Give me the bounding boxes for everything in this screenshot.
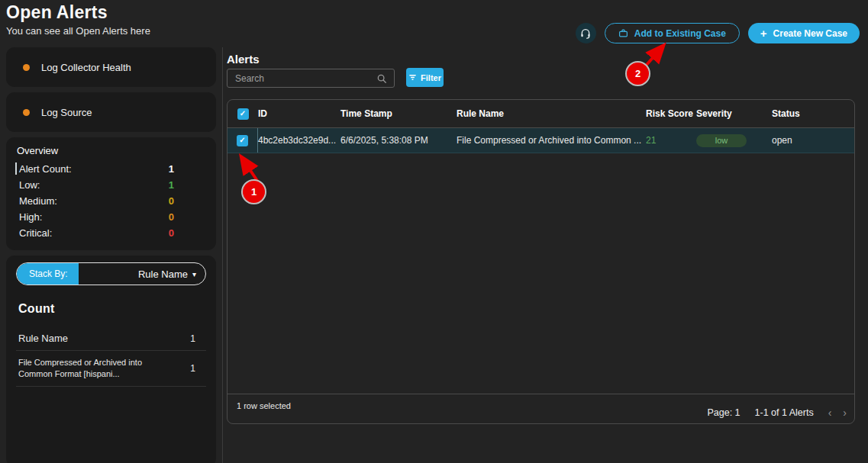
search-icon (376, 73, 394, 84)
count-title: Count (18, 302, 206, 316)
alerts-table: ✓ ID Time Stamp Rule Name Risk Score Sev… (227, 99, 855, 424)
page-label: Page: 1 (707, 407, 740, 418)
count-row-value: 1 (190, 363, 195, 374)
overview-row-value: 0 (169, 195, 174, 207)
annotation-arrow-2 (646, 47, 663, 66)
add-to-existing-case-button[interactable]: Add to Existing Case (605, 23, 740, 43)
annotation-badge-1: 1 (241, 179, 266, 204)
overview-card: Overview Alert Count: 1 Low: 1 Medium: 0… (6, 137, 216, 250)
cell-timestamp: 6/6/2025, 5:38:08 PM (340, 135, 457, 146)
sidebar-divider (222, 47, 223, 463)
table-footer: 1 row selected Page: 1 1-1 of 1 Alerts ‹… (227, 394, 854, 423)
prev-page-icon[interactable]: ‹ (828, 407, 832, 419)
status-dot-icon (23, 109, 30, 116)
next-page-icon[interactable]: › (843, 407, 847, 419)
overview-row-value: 0 (169, 211, 174, 223)
page-subtitle: You can see all Open Alerts here (6, 25, 150, 37)
cell-rule-name: File Compressed or Archived into Common … (457, 135, 646, 146)
briefcase-icon (618, 28, 628, 38)
overview-row-alert-count: Alert Count: 1 (17, 161, 205, 177)
column-header-severity[interactable]: Severity (696, 108, 772, 119)
alerts-panel-title: Alerts (227, 53, 260, 66)
count-row-label: Rule Name (18, 333, 68, 344)
column-header-status[interactable]: Status (772, 108, 854, 119)
stack-by-value: Rule Name (79, 268, 199, 280)
chevron-down-icon: ▾ (192, 270, 205, 278)
column-header-timestamp[interactable]: Time Stamp (340, 108, 457, 119)
add-to-existing-case-label: Add to Existing Case (634, 28, 726, 39)
check-icon: ✓ (239, 137, 245, 144)
overview-row-low: Low: 1 (17, 177, 205, 193)
overview-row-high: High: 0 (17, 209, 205, 225)
cell-risk-score: 21 (646, 135, 696, 146)
open-alerts-page: Open Alerts You can see all Open Alerts … (0, 0, 868, 463)
count-row-label: File Compressed or Archived into Common … (18, 357, 171, 380)
cell-status: open (772, 135, 854, 146)
severity-badge: low (696, 134, 747, 147)
filter-icon (408, 73, 417, 82)
stack-by-chip: Stack By: (17, 263, 79, 285)
column-header-rule-name[interactable]: Rule Name (457, 108, 646, 119)
stack-by-dropdown[interactable]: Stack By: Rule Name ▾ (16, 262, 206, 285)
plus-icon: + (760, 27, 767, 39)
overview-row-critical: Critical: 0 (17, 225, 205, 241)
overview-row-value: 1 (169, 163, 174, 175)
stack-count-card: Stack By: Rule Name ▾ Count Rule Name 1 … (6, 256, 216, 463)
cell-id: 4bc2eb3dc32e9d... (258, 135, 340, 146)
log-collector-health-label: Log Collector Health (41, 62, 131, 73)
count-row-value: 1 (190, 333, 195, 344)
column-header-risk-score[interactable]: Risk Score (646, 108, 696, 119)
overview-row-label: Alert Count: (19, 163, 72, 175)
select-all-checkbox[interactable]: ✓ (237, 108, 249, 120)
count-row-rule-detail: File Compressed or Archived into Common … (16, 351, 206, 387)
overview-row-label: High: (19, 211, 42, 223)
sidebar: Log Collector Health Log Source Overview… (6, 47, 216, 463)
search-input[interactable] (227, 73, 376, 84)
column-header-id[interactable]: ID (258, 108, 340, 119)
overview-title: Overview (17, 145, 205, 156)
table-row[interactable]: ✓ 4bc2eb3dc32e9d... 6/6/2025, 5:38:08 PM… (227, 128, 854, 153)
sidebar-item-log-source[interactable]: Log Source (6, 92, 216, 132)
header-actions: Add to Existing Case + Create New Case (576, 23, 860, 43)
text-cursor (15, 162, 17, 175)
page-title: Open Alerts (6, 2, 108, 23)
overview-row-label: Low: (19, 179, 40, 191)
pagination: Page: 1 1-1 of 1 Alerts ‹ › (707, 407, 847, 419)
check-icon: ✓ (240, 110, 246, 117)
support-headset-button[interactable] (576, 23, 596, 43)
create-new-case-label: Create New Case (773, 28, 847, 39)
status-dot-icon (23, 64, 30, 71)
overview-row-label: Medium: (19, 195, 57, 207)
filter-button[interactable]: Filter (406, 68, 444, 87)
range-label: 1-1 of 1 Alerts (755, 407, 814, 418)
overview-row-value: 0 (169, 227, 174, 239)
sidebar-item-log-collector-health[interactable]: Log Collector Health (6, 47, 216, 87)
annotation-badge-2: 2 (625, 61, 650, 86)
alerts-search (227, 69, 395, 88)
create-new-case-button[interactable]: + Create New Case (748, 23, 860, 43)
overview-row-label: Critical: (19, 227, 52, 239)
overview-row-value: 1 (169, 179, 174, 191)
log-source-label: Log Source (41, 107, 92, 118)
filter-label: Filter (421, 73, 441, 82)
count-row-rule-name: Rule Name 1 (16, 326, 206, 351)
headset-icon (579, 27, 592, 40)
table-header-row: ✓ ID Time Stamp Rule Name Risk Score Sev… (227, 100, 854, 128)
overview-row-medium: Medium: 0 (17, 193, 205, 209)
selection-count: 1 row selected (237, 401, 291, 410)
row-checkbox[interactable]: ✓ (237, 135, 248, 146)
